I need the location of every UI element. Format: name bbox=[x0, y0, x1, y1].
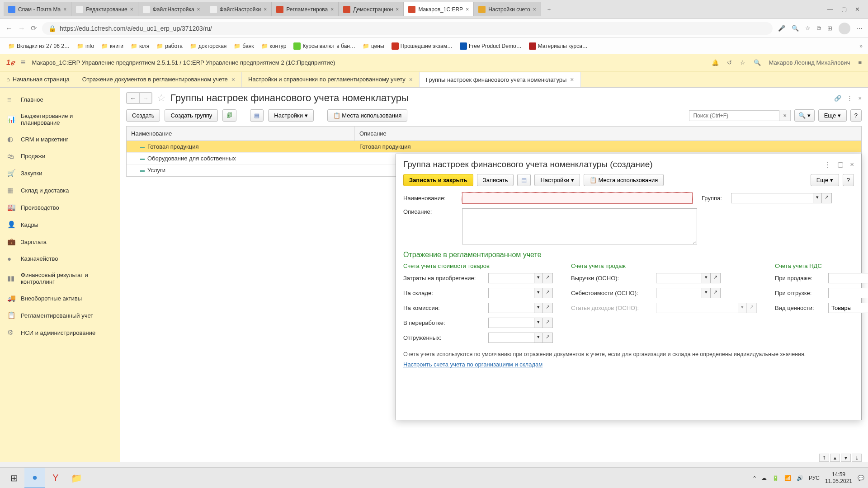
clock-date[interactable]: 11.05.2021 bbox=[825, 478, 852, 484]
sidebar-item-warehouse[interactable]: ▦Склад и доставка bbox=[0, 182, 120, 199]
bookmark-item[interactable]: 📁цены bbox=[360, 42, 387, 51]
sidebar-item-production[interactable]: 🏭Производство bbox=[0, 199, 120, 216]
settings-dropdown[interactable]: Настройки ▾ bbox=[534, 174, 580, 186]
browser-tab[interactable]: Файл:Настройка× bbox=[138, 2, 205, 16]
bookmark-item[interactable]: Прошедшие экзам… bbox=[389, 41, 455, 51]
bookmark-item[interactable]: Курсы валют в бан… bbox=[291, 41, 358, 51]
maximize-icon[interactable]: ▢ bbox=[837, 160, 844, 169]
onedrive-icon[interactable]: ☁ bbox=[761, 475, 767, 481]
usage-button[interactable]: 📋 Места использования bbox=[584, 174, 664, 186]
shipped-combo[interactable]: ▾↗ bbox=[488, 333, 553, 343]
open-icon[interactable]: ↗ bbox=[542, 288, 552, 298]
sidebar-item-assets[interactable]: 🚚Внеоборотные активы bbox=[0, 290, 120, 307]
onsale-combo[interactable]: ▾↗ bbox=[828, 273, 868, 283]
back-button[interactable]: ← bbox=[127, 93, 139, 103]
battery-icon[interactable]: 🔋 bbox=[772, 475, 779, 481]
wifi-icon[interactable]: 📶 bbox=[784, 475, 791, 481]
clock-time[interactable]: 14:59 bbox=[825, 471, 852, 478]
menu-icon[interactable]: ≡ bbox=[21, 58, 26, 67]
scroll-top-icon[interactable]: ⤒ bbox=[819, 454, 829, 462]
scroll-up-icon[interactable]: ▲ bbox=[830, 454, 840, 462]
open-icon[interactable]: ↗ bbox=[710, 288, 720, 298]
valuetype-combo[interactable]: ▾ bbox=[828, 303, 868, 313]
usage-button[interactable]: 📋 Места использования bbox=[327, 109, 408, 122]
reload-icon[interactable]: ⟳ bbox=[31, 24, 37, 33]
clear-icon[interactable]: × bbox=[779, 110, 791, 121]
back-icon[interactable]: ← bbox=[5, 24, 13, 33]
sidebar-item-treasury[interactable]: ●Казначейство bbox=[0, 250, 120, 267]
bookmark-item[interactable]: 📁юля bbox=[128, 42, 152, 51]
tray-up-icon[interactable]: ^ bbox=[753, 475, 756, 481]
open-icon[interactable]: ↗ bbox=[542, 333, 552, 343]
search-icon[interactable]: 🔍 bbox=[754, 59, 761, 66]
extensions-icon[interactable]: ⊞ bbox=[827, 25, 832, 32]
close-icon[interactable]: × bbox=[63, 6, 66, 13]
link-icon[interactable]: 🔗 bbox=[834, 95, 841, 102]
save-close-button[interactable]: Записать и закрыть bbox=[403, 174, 473, 186]
app-tab[interactable]: Отражение документов в регламентированно… bbox=[76, 72, 242, 87]
sidebar-item-admin[interactable]: ⚙НСИ и администрирование bbox=[0, 324, 120, 341]
browser-tab[interactable]: Регламентирова× bbox=[272, 2, 339, 16]
open-icon[interactable]: ↗ bbox=[821, 193, 831, 203]
list-view-button[interactable]: ▤ bbox=[517, 174, 531, 186]
profile-icon[interactable] bbox=[839, 23, 850, 34]
browser-tab[interactable]: Настройки счето× bbox=[474, 2, 541, 16]
open-icon[interactable]: ↗ bbox=[542, 318, 552, 328]
create-button[interactable]: Создать bbox=[126, 109, 160, 122]
address-bar[interactable]: 🔒 https://edu.1cfresh.com/a/edu_uc1_erp_… bbox=[42, 22, 773, 35]
notifications-icon[interactable]: 💬 bbox=[858, 475, 864, 481]
close-icon[interactable]: × bbox=[330, 6, 334, 13]
close-window-icon[interactable]: ✕ bbox=[855, 6, 860, 13]
bookmark-item[interactable]: 📁книги bbox=[99, 42, 126, 51]
chevron-down-icon[interactable]: ▾ bbox=[702, 288, 710, 298]
chevron-down-icon[interactable]: ▾ bbox=[534, 333, 542, 343]
search-button[interactable]: 🔍 ▾ bbox=[794, 109, 815, 122]
more-dropdown[interactable]: Еще ▾ bbox=[811, 174, 839, 186]
favorite-icon[interactable]: ☆ bbox=[157, 92, 166, 104]
voice-icon[interactable]: 🎤 bbox=[778, 25, 785, 32]
bookmark-item[interactable]: 📁Вкладки из 27 06 2… bbox=[5, 42, 72, 51]
copy-button[interactable]: 🗐 bbox=[222, 109, 236, 122]
col-name[interactable]: Наименование bbox=[127, 127, 355, 141]
revenue-combo[interactable]: ▾↗ bbox=[656, 273, 721, 283]
bookmark-item[interactable]: Free Product Demo… bbox=[457, 41, 524, 51]
explorer-icon[interactable]: 📁 bbox=[66, 468, 87, 488]
close-icon[interactable]: × bbox=[533, 6, 536, 13]
app-tab[interactable]: Группы настроек финансового учета номенк… bbox=[420, 72, 581, 87]
star-icon[interactable]: ☆ bbox=[740, 59, 745, 66]
minimize-icon[interactable]: — bbox=[827, 6, 833, 13]
close-icon[interactable]: × bbox=[850, 160, 854, 169]
edge-icon[interactable]: ● bbox=[24, 468, 45, 488]
config-link[interactable]: Настроить счета учета по организациям и … bbox=[403, 361, 542, 368]
close-icon[interactable]: × bbox=[197, 6, 200, 13]
sidebar-item-crm[interactable]: ◐CRM и маркетинг bbox=[0, 131, 120, 148]
commission-combo[interactable]: ▾↗ bbox=[488, 303, 553, 313]
app-tab[interactable]: Настройки и справочники по регламентиров… bbox=[242, 72, 420, 87]
new-tab-icon[interactable]: + bbox=[541, 2, 557, 16]
close-icon[interactable]: × bbox=[396, 6, 399, 13]
bell-icon[interactable]: 🔔 bbox=[712, 59, 719, 66]
yandex-icon[interactable]: Y bbox=[45, 468, 66, 488]
history-icon[interactable]: ↺ bbox=[727, 59, 732, 66]
help-button[interactable]: ? bbox=[850, 109, 862, 122]
sidebar-item-accounting[interactable]: 📋Регламентированный учет bbox=[0, 307, 120, 324]
col-desc[interactable]: Описание bbox=[355, 127, 861, 141]
close-icon[interactable]: × bbox=[130, 6, 133, 13]
bookmark-item[interactable]: 📁работа bbox=[154, 42, 185, 51]
chevron-down-icon[interactable]: ▾ bbox=[702, 273, 710, 283]
browser-tab[interactable]: Файл:Настройки× bbox=[205, 2, 272, 16]
close-icon[interactable]: × bbox=[409, 76, 413, 83]
browser-tab[interactable]: Демонстрацион× bbox=[339, 2, 404, 16]
group-combo[interactable]: ▾↗ bbox=[731, 193, 832, 203]
close-icon[interactable]: × bbox=[466, 6, 469, 13]
scroll-bottom-icon[interactable]: ⤓ bbox=[852, 454, 862, 462]
sidebar-item-purchase[interactable]: 🛒Закупки bbox=[0, 164, 120, 182]
collections-icon[interactable]: ⧉ bbox=[817, 25, 821, 32]
more-dropdown[interactable]: Еще ▾ bbox=[818, 109, 847, 122]
sidebar-item-sales[interactable]: 🛍Продажи bbox=[0, 148, 120, 164]
onship-combo[interactable]: ▾↗ bbox=[828, 288, 868, 298]
close-icon[interactable]: × bbox=[858, 95, 862, 102]
close-icon[interactable]: × bbox=[570, 76, 574, 83]
sidebar-item-main[interactable]: ≡Главное bbox=[0, 91, 120, 108]
user-name[interactable]: Макаров Леонид Михайлович bbox=[769, 59, 850, 66]
